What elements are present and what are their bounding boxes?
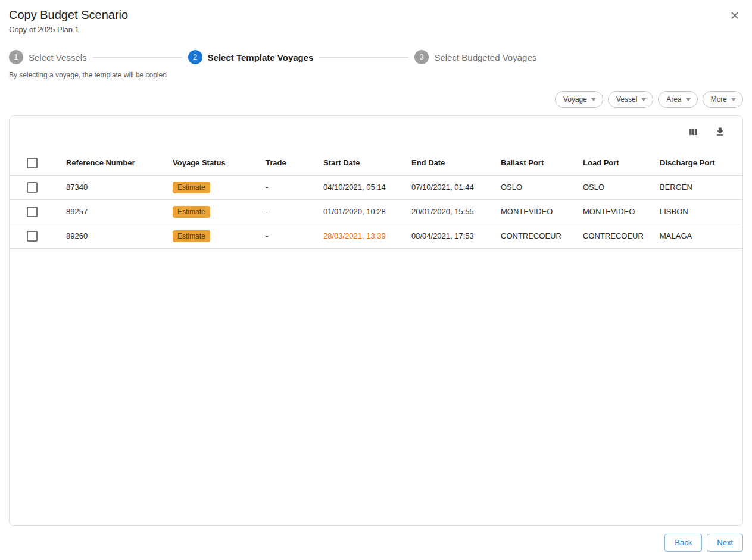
step-2-label: Select Template Voyages bbox=[208, 52, 314, 62]
cell-load-port: CONTRECOEUR bbox=[583, 224, 660, 248]
column-header-start-date: Start Date bbox=[323, 151, 411, 175]
select-all-checkbox[interactable] bbox=[27, 158, 38, 168]
row-checkbox[interactable] bbox=[27, 182, 38, 193]
cell-trade: - bbox=[266, 224, 323, 248]
cell-ballast-port: MONTEVIDEO bbox=[501, 199, 583, 224]
status-badge: Estimate bbox=[173, 182, 210, 193]
column-header-ballast-port: Ballast Port bbox=[501, 151, 583, 175]
column-header-discharge-port: Discharge Port bbox=[660, 151, 742, 175]
cell-ballast-port: CONTRECOEUR bbox=[501, 224, 583, 248]
filter-bar: Voyage Vessel Area More bbox=[9, 91, 743, 108]
column-header-trade: Trade bbox=[266, 151, 323, 175]
cell-discharge-port: LISBON bbox=[660, 199, 742, 224]
chevron-down-icon bbox=[641, 98, 646, 101]
stepper-connector bbox=[319, 57, 408, 58]
cell-discharge-port: BERGEN bbox=[660, 175, 742, 199]
filter-more-dropdown[interactable]: More bbox=[703, 91, 743, 108]
template-voyages-table: Reference Number Voyage Status Trade Sta… bbox=[10, 151, 742, 249]
table-toolbar bbox=[10, 116, 742, 151]
stepper: 1 Select Vessels 2 Select Template Voyag… bbox=[9, 50, 743, 64]
filter-area-dropdown[interactable]: Area bbox=[658, 91, 697, 108]
step-3-circle: 3 bbox=[414, 50, 429, 64]
selection-hint-text: By selecting a voyage, the template will… bbox=[9, 71, 743, 79]
cell-end-date: 20/01/2020, 15:55 bbox=[411, 199, 501, 224]
stepper-step-select-template-voyages[interactable]: 2 Select Template Voyages bbox=[188, 50, 314, 64]
stepper-step-select-budgeted-voyages[interactable]: 3 Select Budgeted Voyages bbox=[414, 50, 536, 64]
chevron-down-icon bbox=[686, 98, 691, 101]
cell-start-date: 28/03/2021, 13:39 bbox=[323, 224, 411, 248]
step-3-label: Select Budgeted Voyages bbox=[434, 52, 536, 62]
cell-trade: - bbox=[266, 199, 323, 224]
filter-voyage-label: Voyage bbox=[563, 95, 587, 104]
table-row[interactable]: 89260 Estimate - 28/03/2021, 13:39 08/04… bbox=[10, 224, 742, 248]
cell-reference-number: 89260 bbox=[66, 224, 173, 248]
status-badge: Estimate bbox=[173, 206, 210, 218]
row-checkbox[interactable] bbox=[27, 231, 38, 242]
cell-load-port: OSLO bbox=[583, 175, 660, 199]
row-checkbox[interactable] bbox=[27, 207, 38, 217]
column-header-reference-number: Reference Number bbox=[66, 151, 173, 175]
cell-end-date: 07/10/2021, 01:44 bbox=[411, 175, 501, 199]
dialog-header: Copy Budget Scenario Copy of 2025 Plan 1 bbox=[9, 7, 743, 34]
stepper-step-select-vessels[interactable]: 1 Select Vessels bbox=[9, 50, 87, 64]
cell-start-date: 04/10/2021, 05:14 bbox=[323, 175, 411, 199]
download-icon bbox=[714, 126, 726, 137]
chevron-down-icon bbox=[591, 98, 596, 101]
column-header-load-port: Load Port bbox=[583, 151, 660, 175]
cell-load-port: MONTEVIDEO bbox=[583, 199, 660, 224]
column-header-voyage-status: Voyage Status bbox=[173, 151, 266, 175]
filter-voyage-dropdown[interactable]: Voyage bbox=[555, 91, 603, 108]
page-subtitle: Copy of 2025 Plan 1 bbox=[9, 25, 128, 34]
stepper-connector bbox=[93, 57, 182, 58]
close-button[interactable] bbox=[726, 7, 743, 24]
step-1-circle: 1 bbox=[9, 50, 23, 64]
table-row[interactable]: 87340 Estimate - 04/10/2021, 05:14 07/10… bbox=[10, 175, 742, 199]
download-button[interactable] bbox=[712, 124, 728, 140]
page-title: Copy Budget Scenario bbox=[9, 7, 128, 23]
voyages-table-card: Reference Number Voyage Status Trade Sta… bbox=[9, 115, 743, 526]
table-row[interactable]: 89257 Estimate - 01/01/2020, 10:28 20/01… bbox=[10, 199, 742, 224]
filter-area-label: Area bbox=[666, 95, 681, 104]
status-badge: Estimate bbox=[173, 230, 210, 242]
cell-discharge-port: MALAGA bbox=[660, 224, 742, 248]
next-button[interactable]: Next bbox=[707, 534, 743, 552]
table-header-row: Reference Number Voyage Status Trade Sta… bbox=[10, 151, 742, 175]
dialog-title-block: Copy Budget Scenario Copy of 2025 Plan 1 bbox=[9, 7, 128, 34]
back-button[interactable]: Back bbox=[664, 534, 702, 552]
filter-more-label: More bbox=[711, 95, 727, 104]
copy-budget-scenario-dialog: Copy Budget Scenario Copy of 2025 Plan 1… bbox=[0, 0, 752, 560]
close-icon bbox=[729, 10, 741, 21]
column-header-end-date: End Date bbox=[411, 151, 501, 175]
dialog-footer: Back Next bbox=[9, 534, 743, 552]
cell-ballast-port: OSLO bbox=[501, 175, 583, 199]
cell-reference-number: 89257 bbox=[66, 199, 173, 224]
columns-icon bbox=[688, 126, 699, 137]
filter-vessel-dropdown[interactable]: Vessel bbox=[608, 91, 653, 108]
manage-columns-button[interactable] bbox=[685, 124, 701, 140]
step-2-circle: 2 bbox=[188, 50, 202, 64]
step-1-label: Select Vessels bbox=[29, 52, 87, 62]
chevron-down-icon bbox=[731, 98, 736, 101]
filter-vessel-label: Vessel bbox=[616, 95, 637, 104]
cell-reference-number: 87340 bbox=[66, 175, 173, 199]
cell-end-date: 08/04/2021, 17:53 bbox=[411, 224, 501, 248]
cell-trade: - bbox=[266, 175, 323, 199]
cell-start-date: 01/01/2020, 10:28 bbox=[323, 199, 411, 224]
